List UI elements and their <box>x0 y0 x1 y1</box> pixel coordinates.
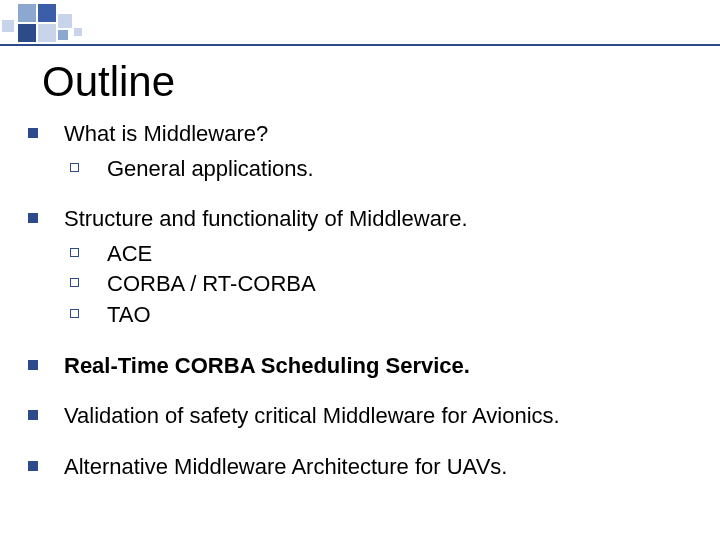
outline-item-text: Alternative Middleware Architecture for … <box>64 453 507 482</box>
outline-item: What is Middleware? <box>28 120 690 149</box>
outline-subitem: ACE <box>70 240 690 269</box>
outline-subitem-text: ACE <box>107 240 152 269</box>
outline-item-text: Structure and functionality of Middlewar… <box>64 205 468 234</box>
outline-subitem: General applications. <box>70 155 690 184</box>
slide-content: Outline What is Middleware? General appl… <box>42 58 690 487</box>
hollow-square-bullet-icon <box>70 309 79 318</box>
outline-subitem: TAO <box>70 301 690 330</box>
square-bullet-icon <box>28 360 38 370</box>
outline-subitem: CORBA / RT-CORBA <box>70 270 690 299</box>
outline-item: Alternative Middleware Architecture for … <box>28 453 690 482</box>
square-bullet-icon <box>28 213 38 223</box>
outline-item-text: Real-Time CORBA Scheduling Service. <box>64 352 470 381</box>
square-bullet-icon <box>28 128 38 138</box>
slide-title: Outline <box>42 58 690 106</box>
outline-subitem-text: General applications. <box>107 155 314 184</box>
slide-header-rule <box>0 44 720 46</box>
outline-item: Validation of safety critical Middleware… <box>28 402 690 431</box>
hollow-square-bullet-icon <box>70 248 79 257</box>
outline-item-text: Validation of safety critical Middleware… <box>64 402 560 431</box>
outline-subitem-text: TAO <box>107 301 151 330</box>
square-bullet-icon <box>28 461 38 471</box>
outline-item: Structure and functionality of Middlewar… <box>28 205 690 234</box>
outline-item-text: What is Middleware? <box>64 120 268 149</box>
hollow-square-bullet-icon <box>70 278 79 287</box>
outline-subitem-text: CORBA / RT-CORBA <box>107 270 316 299</box>
square-bullet-icon <box>28 410 38 420</box>
slide-header-decoration <box>0 0 720 46</box>
hollow-square-bullet-icon <box>70 163 79 172</box>
outline-item: Real-Time CORBA Scheduling Service. <box>28 352 690 381</box>
